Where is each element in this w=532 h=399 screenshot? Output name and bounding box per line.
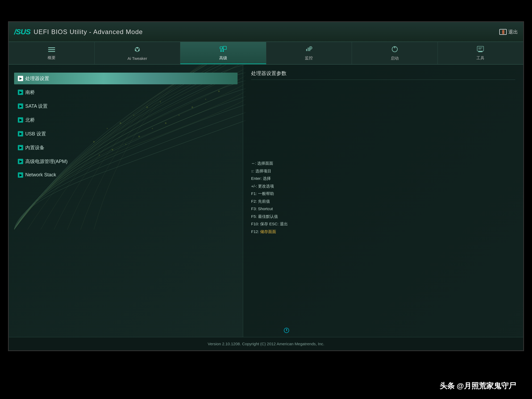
svg-point-26 bbox=[220, 50, 222, 52]
nav-tab-boot[interactable]: 启动 bbox=[352, 42, 438, 64]
help-line: ↕: 选择项目 bbox=[251, 167, 515, 175]
help-line: F1: 一般帮助 bbox=[251, 190, 515, 198]
nav-tab-monitor[interactable]: 监控 bbox=[266, 42, 352, 64]
nav-tab-advanced[interactable]: 高级 bbox=[180, 42, 266, 64]
overview-tab-label: 概要 bbox=[48, 55, 56, 60]
advanced-tab-icon bbox=[219, 45, 227, 55]
right-panel: 处理器设置参数 ↔: 选择面面↕: 选择项目Enter: 选择+/-: 更改选项… bbox=[243, 65, 523, 337]
bios-screen: /SUS UEFI BIOS Utility - Advanced Mode 🚪… bbox=[9, 22, 523, 350]
watermark: 头条 @月照荒家鬼守尸 bbox=[440, 381, 516, 391]
cpu-settings-arrow-icon: ▶ bbox=[18, 76, 23, 81]
boot-tab-label: 启动 bbox=[391, 56, 399, 61]
overview-tab-icon bbox=[48, 46, 55, 54]
tools-tab-label: 工具 bbox=[476, 56, 484, 61]
usb-settings-label: USB 设置 bbox=[25, 131, 46, 137]
south-bridge-arrow-icon: ▶ bbox=[18, 90, 23, 95]
svg-rect-17 bbox=[48, 49, 55, 50]
network-stack-label: Network Stack bbox=[25, 172, 56, 178]
help-line: F5: 最佳默认值 bbox=[251, 213, 515, 221]
exit-button[interactable]: 🚪 退出 bbox=[499, 29, 518, 35]
menu-item-apm[interactable]: ▶高级电源管理(APM) bbox=[14, 156, 238, 167]
svg-point-20 bbox=[136, 47, 138, 49]
cpu-settings-label: 处理器设置 bbox=[25, 75, 49, 82]
menu-item-south-bridge[interactable]: ▶南桥 bbox=[14, 86, 238, 98]
menu-item-network-stack[interactable]: ▶Network Stack bbox=[14, 169, 238, 180]
svg-rect-18 bbox=[48, 51, 55, 52]
sata-settings-arrow-icon: ▶ bbox=[18, 103, 23, 109]
footer-text: Version 2.10.1208. Copyright (C) 2012 Am… bbox=[208, 342, 325, 346]
onboard-devices-arrow-icon: ▶ bbox=[18, 145, 23, 150]
svg-rect-33 bbox=[477, 46, 484, 51]
help-line: +/-: 更改选项 bbox=[251, 182, 515, 190]
svg-rect-16 bbox=[48, 47, 55, 48]
south-bridge-label: 南桥 bbox=[25, 89, 35, 95]
svg-point-22 bbox=[138, 49, 140, 51]
left-panel: ▶处理器设置▶南桥▶SATA 设置▶北桥▶USB 设置▶内置设备▶高级电源管理(… bbox=[9, 65, 243, 337]
help-text: ↔: 选择面面↕: 选择项目Enter: 选择+/-: 更改选项F1: 一般帮助… bbox=[251, 160, 515, 235]
menu-item-north-bridge[interactable]: ▶北桥 bbox=[14, 114, 238, 126]
footer: Version 2.10.1208. Copyright (C) 2012 Am… bbox=[9, 337, 523, 350]
asus-logo: /SUS bbox=[14, 28, 30, 36]
main-content: ▶处理器设置▶南桥▶SATA 设置▶北桥▶USB 设置▶内置设备▶高级电源管理(… bbox=[9, 65, 523, 337]
menu-item-sata-settings[interactable]: ▶SATA 设置 bbox=[14, 100, 238, 112]
nav-tab-overview[interactable]: 概要 bbox=[9, 42, 95, 64]
help-line: F3: Shortcut bbox=[251, 205, 515, 213]
tools-tab-icon bbox=[477, 46, 484, 55]
monitor-tab-label: 监控 bbox=[305, 56, 313, 61]
nav-tab-tools[interactable]: 工具 bbox=[438, 42, 523, 64]
north-bridge-label: 北桥 bbox=[25, 117, 35, 123]
bios-title: UEFI BIOS Utility - Advanced Mode bbox=[34, 28, 143, 36]
help-line: ↔: 选择面面 bbox=[251, 160, 515, 167]
menu-item-cpu-settings[interactable]: ▶处理器设置 bbox=[14, 73, 238, 84]
network-stack-arrow-icon: ▶ bbox=[18, 172, 23, 178]
header-bar: /SUS UEFI BIOS Utility - Advanced Mode 🚪… bbox=[9, 22, 523, 42]
usb-settings-arrow-icon: ▶ bbox=[18, 131, 23, 136]
north-bridge-arrow-icon: ▶ bbox=[18, 117, 23, 123]
advanced-tab-label: 高级 bbox=[219, 56, 227, 61]
sata-settings-label: SATA 设置 bbox=[25, 103, 48, 109]
help-line: F2: 先前值 bbox=[251, 198, 515, 205]
svg-rect-30 bbox=[308, 48, 309, 51]
ai_tweaker-tab-icon bbox=[133, 46, 141, 55]
apm-label: 高级电源管理(APM) bbox=[25, 158, 68, 165]
nav-tabs: 概要 Ai Tweaker 高级 监控 启动 bbox=[9, 42, 523, 65]
onboard-devices-label: 内置设备 bbox=[25, 144, 44, 151]
help-line: Enter: 选择 bbox=[251, 175, 515, 182]
help-line: F10: 保存 ESC: 退出 bbox=[251, 220, 515, 228]
panel-title: 处理器设置参数 bbox=[251, 70, 515, 80]
help-line: F12: 储存面面 bbox=[251, 228, 515, 236]
apm-arrow-icon: ▶ bbox=[18, 159, 23, 164]
menu-item-onboard-devices[interactable]: ▶内置设备 bbox=[14, 142, 238, 153]
monitor-tab-icon bbox=[305, 46, 313, 55]
svg-point-21 bbox=[135, 49, 136, 51]
svg-point-28 bbox=[310, 47, 311, 48]
power-indicator bbox=[284, 328, 289, 333]
photo-frame: /SUS UEFI BIOS Utility - Advanced Mode 🚪… bbox=[8, 21, 524, 351]
nav-tab-ai_tweaker[interactable]: Ai Tweaker bbox=[95, 42, 181, 64]
svg-rect-29 bbox=[306, 49, 307, 51]
exit-icon: 🚪 bbox=[499, 29, 507, 35]
boot-tab-icon bbox=[391, 45, 398, 55]
menu-item-usb-settings[interactable]: ▶USB 设置 bbox=[14, 128, 238, 140]
svg-point-25 bbox=[222, 50, 224, 52]
svg-rect-34 bbox=[478, 51, 483, 52]
ai_tweaker-tab-label: Ai Tweaker bbox=[127, 56, 147, 61]
svg-rect-31 bbox=[309, 48, 310, 51]
svg-rect-24 bbox=[223, 46, 226, 49]
exit-label: 退出 bbox=[508, 29, 518, 35]
svg-rect-23 bbox=[220, 47, 223, 49]
